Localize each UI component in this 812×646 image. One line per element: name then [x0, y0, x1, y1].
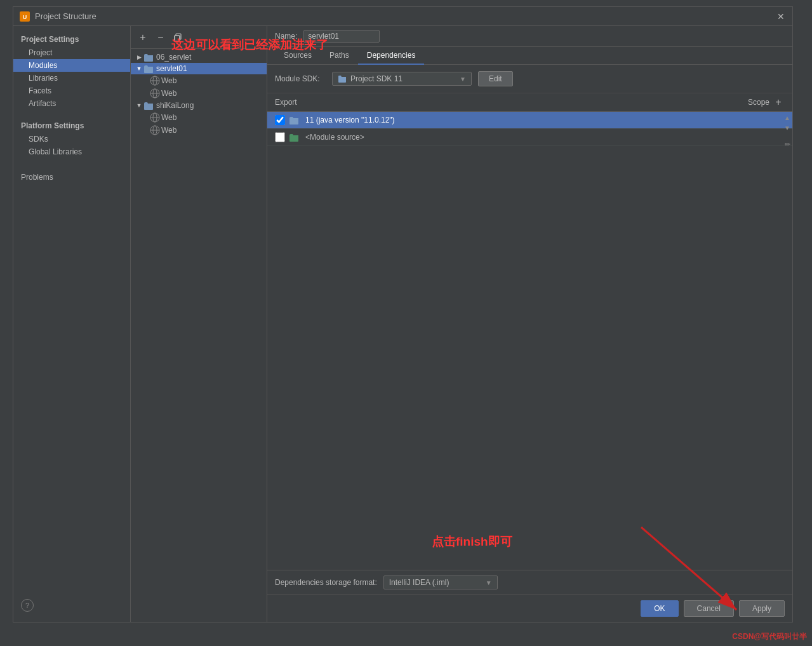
scroll-down-arrow[interactable]: ▼ — [783, 123, 792, 132]
tree-item-label: shiKaiLong — [156, 101, 194, 110]
window-title: Project Structure — [35, 11, 97, 21]
web-icon — [150, 76, 160, 86]
folder-icon — [143, 53, 154, 61]
sidebar-item-problems[interactable]: Problems — [13, 171, 130, 184]
edit-pencil-icon[interactable]: ✏ — [783, 140, 792, 149]
title-bar: U Project Structure ✕ — [13, 7, 792, 26]
tree-item-web2[interactable]: Web — [131, 87, 267, 100]
csdn-watermark: CSDN@写代码叫廿半 — [732, 631, 807, 642]
dep-checkbox-module-source[interactable] — [275, 132, 285, 142]
sidebar-item-project[interactable]: Project — [13, 46, 130, 59]
apply-button[interactable]: Apply — [739, 600, 785, 617]
expand-arrow: ▼ — [135, 102, 143, 109]
add-dependency-button[interactable]: + — [772, 96, 785, 109]
dep-item-module-source[interactable]: <Module source> — [267, 129, 792, 146]
tree-panel: + − ▶ — [131, 26, 267, 622]
sidebar-item-modules[interactable]: Modules — [13, 59, 130, 72]
storage-format-value: IntelliJ IDEA (.iml) — [389, 578, 482, 587]
name-input[interactable]: servlet01 — [303, 30, 380, 43]
dropdown-arrow-storage: ▼ — [486, 579, 492, 586]
sidebar-item-libraries[interactable]: Libraries — [13, 72, 130, 84]
sdk-value: Project SDK 11 — [350, 74, 456, 83]
dep-table-header: Export Scope + — [267, 93, 792, 112]
scrollbar-controls[interactable]: ▲ ▼ ✏ — [782, 112, 792, 150]
tree-item-web3[interactable]: Web — [131, 111, 267, 124]
dep-list: 11 (java version "11.0.12") <Module sour… — [267, 112, 792, 570]
svg-text:U: U — [23, 14, 27, 20]
tree-item-label: Web — [161, 126, 176, 135]
expand-arrow: ▼ — [135, 65, 143, 72]
sidebar-item-global-libraries[interactable]: Global Libraries — [13, 145, 130, 158]
scope-col-header: Scope — [719, 98, 769, 107]
tree-item-shikailong[interactable]: ▼ shiKaiLong — [131, 100, 267, 111]
tree-item-label: Web — [161, 76, 176, 85]
name-bar: Name: servlet01 — [267, 26, 792, 47]
tab-dependencies[interactable]: Dependencies — [358, 47, 425, 65]
sidebar-item-artifacts[interactable]: Artifacts — [13, 97, 130, 110]
sdk-select[interactable]: Project SDK 11 ▼ — [332, 72, 472, 86]
edit-sdk-button[interactable]: Edit — [478, 71, 513, 86]
expand-arrow: ▶ — [135, 54, 143, 60]
folder-icon — [143, 65, 154, 72]
window-controls[interactable]: ✕ — [776, 11, 786, 22]
tree-item-06servlet[interactable]: ▶ 06_servlet — [131, 51, 267, 63]
tree-content: ▶ 06_servlet ▼ servlet01 — [131, 49, 267, 622]
dropdown-arrow: ▼ — [460, 76, 466, 83]
platform-settings-label: Platform Settings — [13, 118, 130, 133]
storage-format-label: Dependencies storage format: — [275, 578, 377, 587]
remove-module-button[interactable]: − — [154, 30, 168, 44]
dep-checkbox-jdk11[interactable] — [275, 115, 285, 125]
footer-bar: OK Cancel Apply — [267, 595, 792, 622]
cancel-button[interactable]: Cancel — [684, 600, 734, 617]
ok-button[interactable]: OK — [641, 600, 678, 617]
name-label: Name: — [275, 32, 297, 41]
tree-toolbar: + − — [131, 26, 267, 49]
source-folder-icon — [289, 132, 302, 142]
tree-item-web4[interactable]: Web — [131, 124, 267, 137]
web-icon — [150, 88, 160, 98]
sdk-folder-icon — [289, 115, 302, 125]
scroll-up-arrow[interactable]: ▲ — [783, 113, 792, 122]
tree-item-servlet01[interactable]: ▼ servlet01 — [131, 63, 267, 74]
sidebar: Project Settings Project Modules Librari… — [13, 26, 131, 622]
export-col-header: Export — [275, 98, 326, 107]
help-icon[interactable]: ? — [21, 599, 34, 612]
bottom-storage-area: Dependencies storage format: IntelliJ ID… — [267, 570, 792, 595]
add-module-button[interactable]: + — [136, 30, 150, 44]
folder-icon — [143, 102, 154, 109]
web-icon — [150, 125, 160, 135]
tab-paths[interactable]: Paths — [321, 47, 358, 65]
web-icon — [150, 112, 160, 123]
tree-item-label: servlet01 — [156, 64, 187, 73]
main-content: Name: servlet01 Sources Paths Dependenci… — [267, 26, 792, 622]
svg-rect-3 — [175, 36, 180, 41]
dep-item-jdk11-label: 11 (java version "11.0.12") — [305, 116, 785, 124]
sidebar-item-facets[interactable]: Facets — [13, 84, 130, 97]
storage-format-select[interactable]: IntelliJ IDEA (.iml) ▼ — [383, 575, 498, 589]
tree-item-label: Web — [161, 113, 176, 122]
sdk-row: Module SDK: Project SDK 11 ▼ Edit — [267, 65, 792, 93]
dep-item-module-source-label: <Module source> — [305, 133, 785, 142]
copy-module-button[interactable] — [171, 30, 185, 44]
app-icon: U — [20, 11, 30, 22]
close-button[interactable]: ✕ — [776, 11, 786, 22]
sidebar-item-sdks[interactable]: SDKs — [13, 133, 130, 145]
module-sdk-label: Module SDK: — [275, 74, 326, 83]
project-settings-label: Project Settings — [13, 31, 130, 46]
tree-item-web1[interactable]: Web — [131, 74, 267, 87]
tabs-bar: Sources Paths Dependencies — [267, 47, 792, 65]
tree-item-label: Web — [161, 89, 176, 98]
dep-item-jdk11[interactable]: 11 (java version "11.0.12") — [267, 112, 792, 129]
tree-item-label: 06_servlet — [156, 53, 191, 62]
tab-sources[interactable]: Sources — [275, 47, 321, 65]
